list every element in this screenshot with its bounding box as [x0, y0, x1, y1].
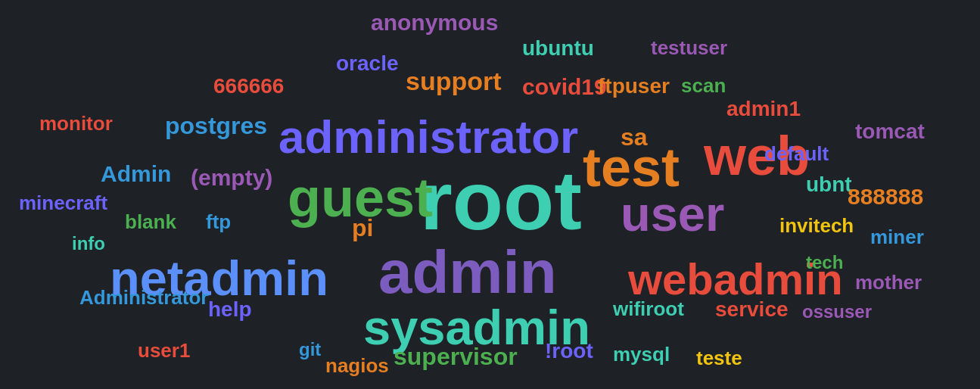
word-item: (empty)	[191, 166, 272, 189]
word-item: nagios	[325, 356, 389, 375]
word-item: mysql	[613, 344, 670, 364]
word-item: !root	[545, 341, 593, 362]
word-item: Administrator	[79, 288, 208, 307]
word-item: admin1	[726, 98, 801, 120]
word-item: covid19	[522, 76, 607, 98]
word-item: Admin	[101, 163, 171, 185]
word-item: supervisor	[394, 344, 518, 369]
word-item: help	[208, 299, 252, 320]
word-item: root	[420, 159, 582, 242]
word-item: ossuser	[802, 303, 872, 321]
word-item: scan	[681, 76, 726, 95]
word-item: postgres	[165, 114, 267, 138]
word-item: oracle	[336, 53, 399, 74]
word-item: user	[621, 189, 724, 238]
word-item: 888888	[848, 185, 923, 208]
word-item: blank	[125, 212, 176, 232]
word-item: administrator	[278, 114, 578, 160]
word-item: tomcat	[855, 121, 925, 142]
word-item: default	[764, 144, 829, 163]
word-item: miner	[870, 227, 924, 247]
word-item: invitech	[779, 216, 854, 235]
word-item: monitor	[39, 114, 113, 133]
word-item: git	[299, 341, 321, 359]
word-item: testuser	[651, 38, 727, 58]
word-item: ftpuser	[598, 76, 670, 97]
word-item: pi	[352, 216, 373, 240]
word-item: sa	[621, 125, 648, 149]
word-cloud: rootadministratorguestadminsysadminnetad…	[0, 0, 980, 389]
word-item: teste	[696, 348, 742, 368]
word-item: support	[406, 68, 502, 94]
word-item: info	[72, 235, 105, 253]
word-item: 666666	[213, 76, 284, 97]
word-item: wifiroot	[613, 299, 684, 319]
word-item: anonymous	[371, 11, 498, 34]
word-item: admin	[378, 242, 557, 303]
word-item: tech	[806, 254, 843, 272]
word-item: ubuntu	[522, 38, 594, 59]
word-item: ftp	[206, 212, 231, 232]
word-item: service	[715, 299, 789, 320]
word-item: ubnt	[806, 174, 852, 195]
word-item: user1	[138, 341, 190, 360]
word-item: mother	[855, 272, 922, 292]
word-item: minecraft	[19, 193, 107, 213]
